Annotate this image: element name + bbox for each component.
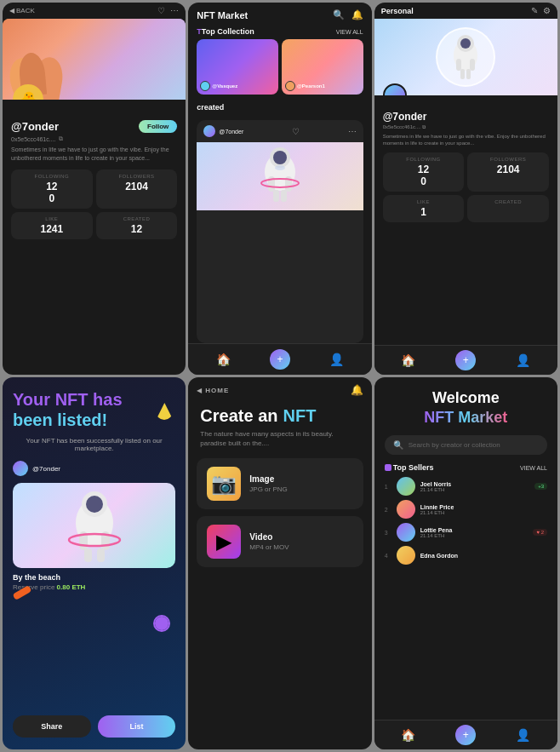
view-all-sellers[interactable]: VIEW ALL (520, 465, 547, 471)
p3-stat-followers: FOLLOWERS 2104 (467, 152, 549, 192)
nft-creator-row: @7onder (203, 125, 243, 137)
p6-home-icon[interactable]: 🏠 (401, 728, 415, 742)
seller-price-3: 21.14 ETH (420, 533, 529, 538)
create-title-row: Create an NFT (188, 399, 371, 429)
nft-card-header: @7onder ♡ ⋯ (197, 120, 363, 142)
creator-avatar-2 (285, 81, 295, 91)
p4-creator-avatar (13, 461, 28, 476)
p6-add-button[interactable]: + (455, 725, 476, 745)
panel-nft-listed: Your NFT has been listed! Your NFT has b… (3, 377, 186, 749)
seller-name-2: Linnie Price (420, 504, 547, 510)
p1-username: @7onder (11, 120, 59, 133)
video-option-type: MP4 or MOV (249, 543, 289, 551)
astronaut-svg (254, 142, 306, 210)
p2-title: NFT Market (197, 10, 248, 20)
p1-hero-image: 🐣 (3, 19, 186, 100)
created-label: CREATED (101, 216, 173, 221)
panel-profile: ◀ BACK ♡ ⋯ 🐣 @7onder Follow 0x5e5ccc461c… (3, 3, 186, 375)
seller-rank-1: 1 (385, 484, 391, 490)
seller-info-3: Lottie Pena 21.14 ETH (420, 527, 529, 538)
p3-user-icon[interactable]: 👤 (516, 353, 530, 367)
list-button[interactable]: List (98, 715, 176, 738)
p2-icons: 🔍 🔔 (333, 9, 363, 20)
p3-header-icons: ✎ ⚙ (531, 6, 551, 15)
back-button[interactable]: ◀ BACK (9, 7, 35, 14)
p1-address: 0x5e5ccc461c.... ⧉ (11, 135, 177, 142)
collection-creator-1: @Vasquez (200, 81, 237, 91)
p4-action-buttons: Share List (13, 715, 175, 738)
view-all-collections[interactable]: VIEW ALL (336, 29, 363, 35)
p3-followers-value: 2104 (472, 164, 544, 175)
svg-rect-22 (97, 548, 105, 562)
listed-line2: been listed! (13, 410, 175, 430)
listed-subtitle: Your NFT has been successfully listed on… (13, 437, 175, 452)
seller-avatar-4 (397, 546, 415, 565)
p3-scene (374, 19, 557, 95)
create-image-option[interactable]: 📷 Image JPG or PNG (197, 458, 363, 509)
create-video-option[interactable]: ▶ Video MP4 or MOV (197, 516, 363, 567)
search-bar[interactable]: 🔍 Search by creator or collection (385, 435, 547, 455)
collection-card-2[interactable]: @Pearson1 (282, 39, 363, 95)
stat-like: LIKE 1241 (11, 212, 93, 239)
search-bar-icon: 🔍 (393, 440, 403, 450)
share-button[interactable]: Share (13, 715, 91, 738)
p3-info: @7onder 0x5e5ccc461c.... ⧉ Sometimes in … (374, 95, 557, 227)
stat-followers: FOLLOWERS 2104 (96, 169, 178, 209)
home-nav-icon[interactable]: 🏠 (216, 353, 231, 366)
nft-heart-icon[interactable]: ♡ (292, 127, 300, 136)
reserve-price: 0.80 ETH (57, 583, 86, 591)
add-nav-button[interactable]: + (270, 349, 290, 370)
nft-market-label: NFT Market (424, 409, 507, 426)
panel-create-nft: ◀ HOME 🔔 Create an NFT The nature have m… (188, 377, 371, 749)
p5-notification-icon[interactable]: 🔔 (351, 384, 363, 396)
follow-button[interactable]: Follow (139, 120, 177, 133)
heart-icon[interactable]: ♡ (157, 6, 165, 15)
copy-icon[interactable]: ⧉ (59, 135, 63, 142)
more-icon[interactable]: ⋯ (170, 6, 179, 15)
like-value: 1241 (16, 223, 88, 235)
followers-value: 2104 (101, 181, 173, 192)
p3-like-value: 1 (388, 206, 460, 218)
image-option-type: JPG or PNG (249, 485, 287, 493)
top-sellers-header: Top Sellers VIEW ALL (385, 463, 547, 472)
nft-creator-name: @7onder (219, 129, 243, 135)
panel-personal: Personal ✎ ⚙ (374, 3, 557, 375)
collection-card-1[interactable]: @Vasquez (197, 39, 278, 95)
seller-avatar-1 (397, 477, 415, 496)
collection-creator-2: @Pearson1 (285, 81, 325, 91)
back-label: BACK (16, 7, 35, 14)
seller-rank-4: 4 (385, 553, 391, 559)
seller-name-3: Lottie Pena (420, 527, 529, 533)
p3-stat-created: CREATED (467, 195, 549, 222)
bell-icon[interactable]: 🔔 (351, 9, 363, 20)
svg-point-11 (460, 38, 471, 49)
seller-info-4: Edna Gordon (420, 553, 547, 559)
p3-home-icon[interactable]: 🏠 (401, 353, 415, 367)
p3-hero (374, 19, 557, 95)
settings-icon[interactable]: ⚙ (543, 6, 551, 15)
edit-icon[interactable]: ✎ (531, 6, 538, 15)
p1-info: @7onder Follow 0x5e5ccc461c.... ⧉ Someti… (3, 100, 186, 244)
svg-rect-14 (460, 69, 465, 79)
main-grid: ◀ BACK ♡ ⋯ 🐣 @7onder Follow 0x5e5ccc461c… (0, 0, 560, 752)
p6-user-icon[interactable]: 👤 (516, 728, 530, 742)
seller-row-2: 2 Linnie Price 21.14 ETH (385, 500, 547, 519)
stat-created: CREATED 12 (96, 212, 178, 239)
p3-add-button[interactable]: + (455, 350, 476, 370)
p3-stat-following: FOLLOWING 12 0 (383, 152, 465, 192)
svg-point-2 (273, 151, 287, 164)
collection-title: TTop Collection (197, 27, 254, 36)
nft-dots-icon[interactable]: ⋯ (348, 127, 357, 136)
p5-back-icon[interactable]: ◀ (197, 387, 202, 394)
search-icon[interactable]: 🔍 (333, 9, 345, 20)
svg-point-18 (86, 496, 103, 513)
followers-label: FOLLOWERS (101, 174, 173, 179)
p1-bio: Sometimes in life we have to just go wit… (11, 146, 177, 163)
p5-header: ◀ HOME 🔔 (188, 377, 371, 399)
p3-glow-ring (436, 27, 495, 87)
video-option-icon: ▶ (207, 525, 241, 559)
user-nav-icon[interactable]: 👤 (329, 353, 344, 366)
copy-icon-p3[interactable]: ⧉ (422, 124, 426, 129)
top-sellers-dot (385, 464, 391, 471)
seller-avatar-3 (397, 523, 415, 542)
